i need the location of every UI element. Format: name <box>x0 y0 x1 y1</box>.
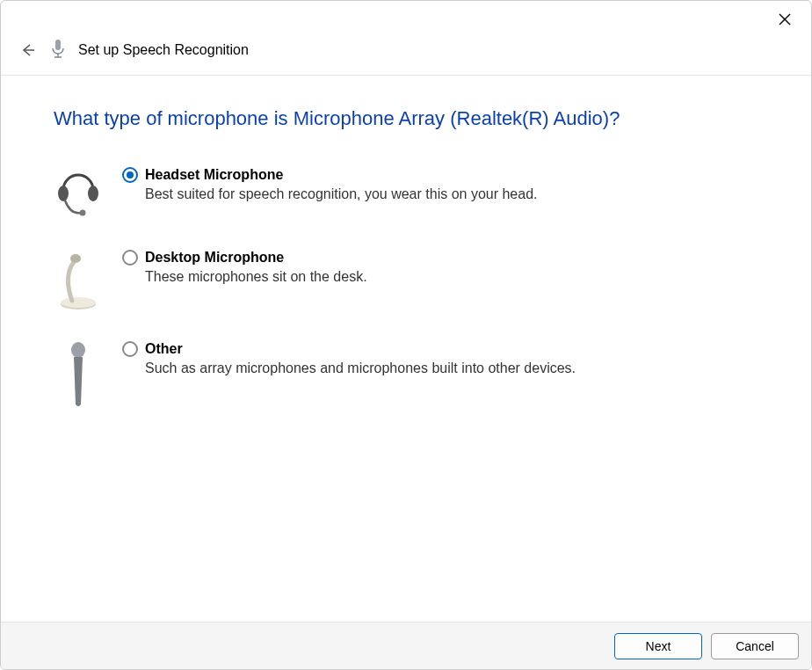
titlebar <box>1 1 811 38</box>
wizard-footer: Next Cancel <box>1 622 811 669</box>
close-button[interactable] <box>771 5 799 33</box>
option-desc: These microphones sit on the desk. <box>145 269 367 285</box>
option-headset[interactable]: Headset Microphone Best suited for speec… <box>54 167 758 220</box>
handheld-mic-icon <box>54 341 103 411</box>
back-button[interactable] <box>17 40 38 61</box>
option-desc: Best suited for speech recognition, you … <box>145 186 537 202</box>
microphone-header-icon <box>50 38 66 62</box>
option-label: Headset Microphone <box>145 167 283 183</box>
page-heading: What type of microphone is Microphone Ar… <box>54 107 758 130</box>
option-label: Desktop Microphone <box>145 250 284 266</box>
close-icon <box>779 13 791 25</box>
svg-point-6 <box>58 186 69 201</box>
svg-point-7 <box>88 186 98 201</box>
option-label: Other <box>145 341 183 357</box>
cancel-button[interactable]: Cancel <box>711 633 799 659</box>
desktop-mic-icon <box>54 250 103 311</box>
option-desktop[interactable]: Desktop Microphone These microphones sit… <box>54 250 758 311</box>
svg-point-10 <box>61 297 96 308</box>
back-arrow-icon <box>18 41 36 59</box>
headset-icon <box>54 167 103 220</box>
option-other[interactable]: Other Such as array microphones and micr… <box>54 341 758 411</box>
wizard-content: What type of microphone is Microphone Ar… <box>1 76 811 411</box>
radio-headset[interactable] <box>122 167 138 183</box>
svg-rect-3 <box>55 40 61 50</box>
radio-other[interactable] <box>122 341 138 357</box>
wizard-header: Set up Speech Recognition <box>1 38 811 76</box>
wizard-title: Set up Speech Recognition <box>78 42 249 58</box>
option-desc: Such as array microphones and microphone… <box>145 360 576 376</box>
radio-desktop[interactable] <box>122 250 138 266</box>
svg-point-11 <box>70 254 81 263</box>
svg-point-12 <box>71 342 85 358</box>
svg-point-8 <box>80 210 86 216</box>
next-button[interactable]: Next <box>614 633 702 659</box>
